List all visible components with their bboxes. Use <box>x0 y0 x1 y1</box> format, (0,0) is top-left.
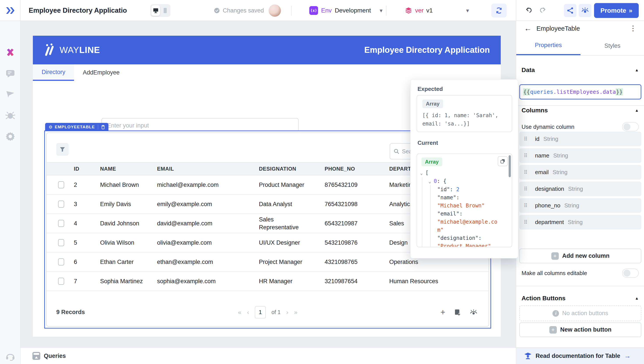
collapse-icon[interactable]: ▲ <box>635 108 639 113</box>
chevron-down-icon[interactable]: ▾ <box>380 7 382 14</box>
settings-button[interactable] <box>0 130 20 143</box>
app-logo[interactable] <box>0 0 20 21</box>
download-icon[interactable] <box>454 309 461 316</box>
prev-page-icon[interactable]: ‹ <box>247 309 249 316</box>
next-page-icon[interactable]: › <box>286 309 288 316</box>
redo-button[interactable] <box>538 5 548 15</box>
layers-icon <box>404 6 412 14</box>
tab-directory[interactable]: Directory <box>33 64 74 81</box>
double-chevron-logo-icon <box>5 7 15 14</box>
eye-icon[interactable] <box>470 309 477 316</box>
filter-button[interactable] <box>56 143 68 156</box>
section-columns[interactable]: Columns ▲ <box>522 107 639 114</box>
row-checkbox[interactable] <box>58 239 64 246</box>
collapse-icon[interactable]: ▲ <box>635 68 639 72</box>
cell: HR Manager <box>259 277 292 285</box>
make-editable-label: Make all columns editable <box>522 270 587 276</box>
trash-icon[interactable] <box>101 125 105 129</box>
selected-widget-label[interactable]: ⚙ EMPLOYEETABLE <box>45 123 108 131</box>
promote-button[interactable]: Promote » <box>594 3 639 18</box>
make-editable-toggle[interactable] <box>622 268 639 278</box>
expected-code: [{ id: 1, name: 'Sarah',email: 'sa...}] <box>422 111 506 128</box>
datasource-x-icon <box>6 48 15 57</box>
json-tree[interactable]: ⌄ [⌄ 0: {"id": 2"name":"Michael Brown""e… <box>420 169 505 247</box>
sync-button[interactable] <box>491 4 507 18</box>
cell: david@example.com <box>157 220 212 227</box>
kebab-menu-icon[interactable]: ⋮ <box>630 24 636 32</box>
gear-icon[interactable]: ⚙ <box>49 124 52 130</box>
column-type: String <box>568 219 583 226</box>
column-header-email[interactable]: EMAIL <box>154 166 256 172</box>
column-item-designation[interactable]: ⠿designationString <box>519 182 641 196</box>
documentation-bar[interactable]: Read documentation for Table → <box>516 347 644 364</box>
table-row[interactable]: 7Sophia Martinezsophia@example.comHR Man… <box>47 272 489 291</box>
environment-selector[interactable]: (x) Env Development ▾ <box>309 0 382 21</box>
row-checkbox[interactable] <box>58 200 64 208</box>
drag-handle-icon[interactable]: ⠿ <box>524 136 528 142</box>
column-name: phone_no <box>535 202 560 209</box>
column-item-department[interactable]: ⠿departmentString <box>519 215 641 230</box>
back-icon[interactable]: ← <box>524 24 532 33</box>
device-toggle[interactable] <box>150 4 170 17</box>
new-action-button[interactable]: + New action button <box>519 322 641 337</box>
queries-bar[interactable]: Queries <box>20 347 516 364</box>
debugger-button[interactable] <box>0 109 20 122</box>
version-dropdown[interactable]: ▾ <box>466 0 469 21</box>
cell: Sales <box>389 220 404 227</box>
column-name: id <box>535 136 540 142</box>
column-header-name[interactable]: NAME <box>97 166 154 172</box>
collapse-icon[interactable]: ▲ <box>635 296 639 301</box>
version-indicator[interactable]: ver v1 <box>404 0 432 21</box>
tab-styles[interactable]: Styles <box>580 36 644 55</box>
wayline-logo-icon <box>44 43 56 57</box>
datasources-button[interactable] <box>0 46 20 59</box>
column-header-phone_no[interactable]: PHONE_NO <box>322 166 386 172</box>
first-page-icon[interactable]: « <box>238 309 242 316</box>
drag-handle-icon[interactable]: ⠿ <box>524 153 528 159</box>
add-row-icon[interactable]: + <box>440 308 445 317</box>
mobile-view-button[interactable] <box>161 5 169 16</box>
scrollbar-thumb[interactable] <box>509 155 511 177</box>
row-checkbox[interactable] <box>58 258 64 266</box>
inspector-panel: ← EmployeeTable ⋮ Properties Styles Data… <box>516 21 644 364</box>
support-button[interactable] <box>0 350 20 363</box>
cell: Olivia Wilson <box>100 240 134 246</box>
column-header-designation[interactable]: DESIGNATION <box>256 166 322 172</box>
row-checkbox[interactable] <box>58 220 64 227</box>
current-type-badge: Array <box>422 158 442 166</box>
column-item-phone_no[interactable]: ⠿phone_noString <box>519 198 641 213</box>
drag-handle-icon[interactable]: ⠿ <box>524 169 528 176</box>
drag-handle-icon[interactable]: ⠿ <box>524 202 528 209</box>
column-header-id[interactable]: ID <box>71 166 97 172</box>
row-checkbox[interactable] <box>58 278 64 285</box>
desktop-view-button[interactable] <box>151 5 160 16</box>
undo-button[interactable] <box>524 5 534 15</box>
tab-properties[interactable]: Properties <box>516 36 580 55</box>
expected-type-badge: Array <box>422 100 443 108</box>
table-footer-actions: + <box>440 308 477 317</box>
comments-button[interactable] <box>0 67 20 80</box>
column-item-email[interactable]: ⠿emailString <box>519 165 641 180</box>
column-item-name[interactable]: ⠿nameString <box>519 148 641 163</box>
released-version-button[interactable] <box>0 88 20 101</box>
preview-button[interactable] <box>579 4 592 17</box>
current-label: Current <box>418 140 438 146</box>
cell: emily@example.com <box>157 201 212 208</box>
autosave-text: Changes saved <box>223 7 264 14</box>
column-item-id[interactable]: ⠿idString <box>519 132 641 146</box>
current-page-input[interactable]: 1 <box>255 306 266 318</box>
panel-expand-icon <box>32 352 40 360</box>
copy-button[interactable] <box>498 156 508 166</box>
drag-handle-icon[interactable]: ⠿ <box>524 186 528 192</box>
table-data-input[interactable]: {{queries.listEmployees.data}} <box>519 84 641 100</box>
row-checkbox[interactable] <box>58 181 64 188</box>
avatar[interactable] <box>268 4 281 17</box>
last-page-icon[interactable]: » <box>294 309 298 316</box>
tab-addemployee[interactable]: AddEmployee <box>74 64 128 81</box>
drag-handle-icon[interactable]: ⠿ <box>524 219 528 225</box>
add-new-column-button[interactable]: + Add new column <box>519 248 641 263</box>
section-action-buttons[interactable]: Action Buttons ▲ <box>522 295 639 302</box>
share-button[interactable] <box>564 4 576 17</box>
use-dynamic-toggle[interactable] <box>622 122 639 132</box>
section-data[interactable]: Data ▲ <box>522 66 639 74</box>
